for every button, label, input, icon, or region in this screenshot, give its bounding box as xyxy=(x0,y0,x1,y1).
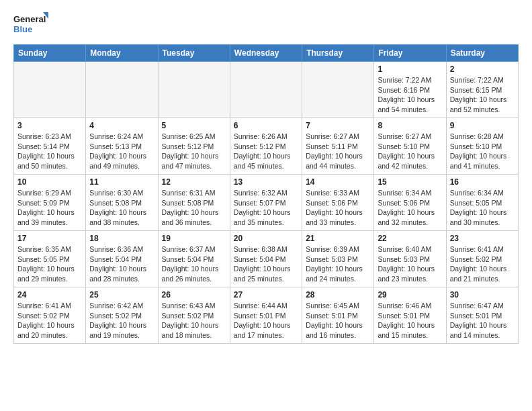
svg-text:Blue: Blue xyxy=(13,24,32,34)
calendar-week-3: 10Sunrise: 6:29 AMSunset: 5:09 PMDayligh… xyxy=(14,175,519,231)
calendar-cell: 1Sunrise: 7:22 AMSunset: 6:16 PMDaylight… xyxy=(374,62,446,118)
day-info: Sunrise: 6:25 AMSunset: 5:12 PMDaylight:… xyxy=(162,132,226,171)
day-info: Sunrise: 6:36 AMSunset: 5:04 PMDaylight:… xyxy=(89,244,154,284)
day-number: 16 xyxy=(450,177,515,187)
day-number: 19 xyxy=(162,234,226,243)
calendar-week-4: 17Sunrise: 6:35 AMSunset: 5:05 PMDayligh… xyxy=(14,231,519,287)
day-info: Sunrise: 6:44 AMSunset: 5:01 PMDaylight:… xyxy=(234,301,298,340)
day-number: 13 xyxy=(234,177,298,187)
calendar-cell: 29Sunrise: 6:46 AMSunset: 5:01 PMDayligh… xyxy=(374,287,446,344)
day-number: 3 xyxy=(17,121,82,130)
day-info: Sunrise: 6:32 AMSunset: 5:07 PMDaylight:… xyxy=(234,188,298,228)
logo-svg: General Blue xyxy=(13,11,48,38)
day-info: Sunrise: 6:33 AMSunset: 5:06 PMDaylight:… xyxy=(306,188,370,228)
day-info: Sunrise: 6:46 AMSunset: 5:01 PMDaylight:… xyxy=(378,301,442,340)
calendar-cell: 17Sunrise: 6:35 AMSunset: 5:05 PMDayligh… xyxy=(14,231,86,287)
calendar-cell: 2Sunrise: 7:22 AMSunset: 6:15 PMDaylight… xyxy=(446,62,518,118)
day-number: 9 xyxy=(450,121,515,130)
calendar-cell: 4Sunrise: 6:24 AMSunset: 5:13 PMDaylight… xyxy=(86,118,158,175)
calendar-cell: 11Sunrise: 6:30 AMSunset: 5:08 PMDayligh… xyxy=(86,175,158,231)
calendar-cell xyxy=(230,62,302,118)
day-info: Sunrise: 6:40 AMSunset: 5:03 PMDaylight:… xyxy=(378,244,442,284)
day-number: 2 xyxy=(450,64,515,74)
calendar-cell: 15Sunrise: 6:34 AMSunset: 5:06 PMDayligh… xyxy=(374,175,446,231)
calendar-cell: 12Sunrise: 6:31 AMSunset: 5:08 PMDayligh… xyxy=(158,175,230,231)
calendar-cell xyxy=(302,62,374,118)
day-number: 29 xyxy=(378,290,442,300)
day-number: 20 xyxy=(234,234,298,243)
weekday-header-saturday: Saturday xyxy=(446,45,518,62)
day-info: Sunrise: 6:27 AMSunset: 5:11 PMDaylight:… xyxy=(306,132,370,171)
day-number: 30 xyxy=(450,290,515,300)
day-number: 7 xyxy=(306,121,370,130)
day-number: 4 xyxy=(89,121,154,130)
calendar-cell: 8Sunrise: 6:27 AMSunset: 5:10 PMDaylight… xyxy=(374,118,446,175)
day-info: Sunrise: 6:39 AMSunset: 5:03 PMDaylight:… xyxy=(306,244,370,284)
day-info: Sunrise: 6:38 AMSunset: 5:04 PMDaylight:… xyxy=(234,244,298,284)
calendar-cell: 30Sunrise: 6:47 AMSunset: 5:01 PMDayligh… xyxy=(446,287,518,344)
calendar-cell: 5Sunrise: 6:25 AMSunset: 5:12 PMDaylight… xyxy=(158,118,230,175)
svg-text:General: General xyxy=(13,14,46,24)
calendar-cell: 27Sunrise: 6:44 AMSunset: 5:01 PMDayligh… xyxy=(230,287,302,344)
weekday-header-tuesday: Tuesday xyxy=(158,45,230,62)
weekday-header-monday: Monday xyxy=(86,45,158,62)
day-number: 10 xyxy=(17,177,82,187)
day-info: Sunrise: 6:45 AMSunset: 5:01 PMDaylight:… xyxy=(306,301,370,340)
day-info: Sunrise: 6:23 AMSunset: 5:14 PMDaylight:… xyxy=(17,132,82,171)
day-info: Sunrise: 7:22 AMSunset: 6:16 PMDaylight:… xyxy=(378,75,442,115)
day-info: Sunrise: 6:26 AMSunset: 5:12 PMDaylight:… xyxy=(234,132,298,171)
calendar-cell: 25Sunrise: 6:42 AMSunset: 5:02 PMDayligh… xyxy=(86,287,158,344)
day-info: Sunrise: 6:29 AMSunset: 5:09 PMDaylight:… xyxy=(17,188,82,228)
day-info: Sunrise: 6:27 AMSunset: 5:10 PMDaylight:… xyxy=(378,132,442,171)
day-number: 24 xyxy=(17,290,82,300)
calendar-cell: 19Sunrise: 6:37 AMSunset: 5:04 PMDayligh… xyxy=(158,231,230,287)
calendar-cell: 20Sunrise: 6:38 AMSunset: 5:04 PMDayligh… xyxy=(230,231,302,287)
header: General Blue xyxy=(13,11,519,38)
day-number: 8 xyxy=(378,121,442,130)
calendar-week-5: 24Sunrise: 6:41 AMSunset: 5:02 PMDayligh… xyxy=(14,287,519,344)
calendar-cell: 14Sunrise: 6:33 AMSunset: 5:06 PMDayligh… xyxy=(302,175,374,231)
day-info: Sunrise: 7:22 AMSunset: 6:15 PMDaylight:… xyxy=(450,75,515,115)
day-number: 6 xyxy=(234,121,298,130)
day-info: Sunrise: 6:34 AMSunset: 5:05 PMDaylight:… xyxy=(450,188,515,228)
calendar-cell: 16Sunrise: 6:34 AMSunset: 5:05 PMDayligh… xyxy=(446,175,518,231)
calendar-cell: 18Sunrise: 6:36 AMSunset: 5:04 PMDayligh… xyxy=(86,231,158,287)
day-number: 25 xyxy=(89,290,154,300)
day-number: 1 xyxy=(378,64,442,74)
day-number: 15 xyxy=(378,177,442,187)
day-number: 28 xyxy=(306,290,370,300)
calendar-cell xyxy=(158,62,230,118)
day-number: 14 xyxy=(306,177,370,187)
calendar-cell: 23Sunrise: 6:41 AMSunset: 5:02 PMDayligh… xyxy=(446,231,518,287)
day-info: Sunrise: 6:24 AMSunset: 5:13 PMDaylight:… xyxy=(89,132,154,171)
calendar-cell: 22Sunrise: 6:40 AMSunset: 5:03 PMDayligh… xyxy=(374,231,446,287)
page: General Blue SundayMondayTuesdayWednesda… xyxy=(0,0,532,352)
day-number: 21 xyxy=(306,234,370,243)
calendar-cell: 9Sunrise: 6:28 AMSunset: 5:10 PMDaylight… xyxy=(446,118,518,175)
calendar-cell: 3Sunrise: 6:23 AMSunset: 5:14 PMDaylight… xyxy=(14,118,86,175)
day-info: Sunrise: 6:31 AMSunset: 5:08 PMDaylight:… xyxy=(162,188,226,228)
day-number: 5 xyxy=(162,121,226,130)
day-info: Sunrise: 6:37 AMSunset: 5:04 PMDaylight:… xyxy=(162,244,226,284)
day-number: 11 xyxy=(89,177,154,187)
day-info: Sunrise: 6:47 AMSunset: 5:01 PMDaylight:… xyxy=(450,301,515,340)
calendar-cell xyxy=(14,62,86,118)
day-info: Sunrise: 6:41 AMSunset: 5:02 PMDaylight:… xyxy=(17,301,82,340)
calendar-cell xyxy=(86,62,158,118)
calendar-week-2: 3Sunrise: 6:23 AMSunset: 5:14 PMDaylight… xyxy=(14,118,519,175)
weekday-header-wednesday: Wednesday xyxy=(230,45,302,62)
day-info: Sunrise: 6:42 AMSunset: 5:02 PMDaylight:… xyxy=(89,301,154,340)
day-info: Sunrise: 6:43 AMSunset: 5:02 PMDaylight:… xyxy=(162,301,226,340)
calendar-table: SundayMondayTuesdayWednesdayThursdayFrid… xyxy=(13,44,519,344)
day-info: Sunrise: 6:41 AMSunset: 5:02 PMDaylight:… xyxy=(450,244,515,284)
calendar-cell: 28Sunrise: 6:45 AMSunset: 5:01 PMDayligh… xyxy=(302,287,374,344)
calendar-week-1: 1Sunrise: 7:22 AMSunset: 6:16 PMDaylight… xyxy=(14,62,519,118)
day-number: 17 xyxy=(17,234,82,243)
day-info: Sunrise: 6:28 AMSunset: 5:10 PMDaylight:… xyxy=(450,132,515,171)
weekday-header-thursday: Thursday xyxy=(302,45,374,62)
weekday-header-sunday: Sunday xyxy=(14,45,86,62)
weekday-header-friday: Friday xyxy=(374,45,446,62)
day-info: Sunrise: 6:34 AMSunset: 5:06 PMDaylight:… xyxy=(378,188,442,228)
calendar-cell: 24Sunrise: 6:41 AMSunset: 5:02 PMDayligh… xyxy=(14,287,86,344)
day-info: Sunrise: 6:35 AMSunset: 5:05 PMDaylight:… xyxy=(17,244,82,284)
